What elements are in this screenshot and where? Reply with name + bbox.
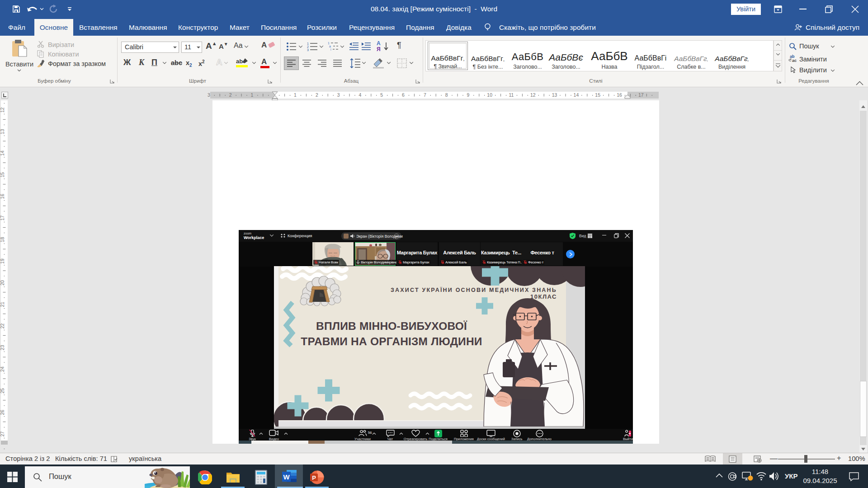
svg-text:3: 3 [208,92,210,98]
svg-text:12: 12 [0,108,5,113]
svg-text:6: 6 [402,92,405,98]
svg-text:ЗАХИСТ УКРАЇНИ ОСНОВИ МЕДИЧНИХ: ЗАХИСТ УКРАЇНИ ОСНОВИ МЕДИЧНИХ ЗНАНЬ [391,286,557,293]
svg-text:17: 17 [638,92,644,98]
svg-text:9: 9 [467,92,469,98]
svg-text:2: 2 [229,92,232,98]
svg-text:21: 21 [0,302,5,307]
svg-text:16: 16 [0,194,5,199]
svg-text:27: 27 [0,432,5,437]
svg-text:W: W [283,473,290,481]
svg-text:13: 13 [0,129,5,134]
svg-text:26: 26 [0,410,5,415]
svg-text:13: 13 [552,92,557,98]
svg-text:ВПЛИВ МІННО-ВИБУХОВОЇ: ВПЛИВ МІННО-ВИБУХОВОЇ [316,320,467,332]
svg-text:i: i [330,48,331,51]
svg-text:15: 15 [595,92,600,98]
svg-text:P: P [312,474,316,481]
svg-text:10: 10 [487,92,492,98]
svg-text:22: 22 [0,324,5,329]
svg-text:7: 7 [424,92,426,98]
svg-text:19: 19 [0,258,5,264]
svg-text:8: 8 [445,92,448,98]
svg-text:1: 1 [294,92,297,98]
svg-text:1: 1 [328,42,330,45]
svg-text:14: 14 [574,92,579,98]
svg-text:5: 5 [380,92,383,98]
svg-text:12: 12 [530,92,536,98]
svg-text:16: 16 [617,92,622,98]
svg-text:1: 1 [250,92,253,98]
svg-text:17: 17 [0,216,5,221]
svg-text:4: 4 [359,92,361,98]
svg-text:3: 3 [337,92,340,98]
svg-text:24: 24 [0,366,5,372]
svg-text:20: 20 [0,280,5,286]
svg-text:25: 25 [0,388,5,394]
svg-text:10КЛАС: 10КЛАС [530,293,557,300]
svg-text:ТРАВМИ НА ОРГАНІЗМ ЛЮДИНИ: ТРАВМИ НА ОРГАНІЗМ ЛЮДИНИ [301,335,482,347]
svg-text:2: 2 [316,92,318,98]
svg-text:ac: ac [792,58,797,62]
svg-text:23: 23 [0,345,5,350]
svg-text:2: 2 [307,45,309,48]
svg-text:3: 3 [307,48,309,52]
svg-text:11: 11 [509,92,514,98]
svg-text:a: a [329,45,331,48]
svg-text:1: 1 [307,42,309,45]
svg-text:15: 15 [0,172,5,178]
svg-text:18: 18 [0,237,5,242]
svg-text:14: 14 [0,150,5,156]
